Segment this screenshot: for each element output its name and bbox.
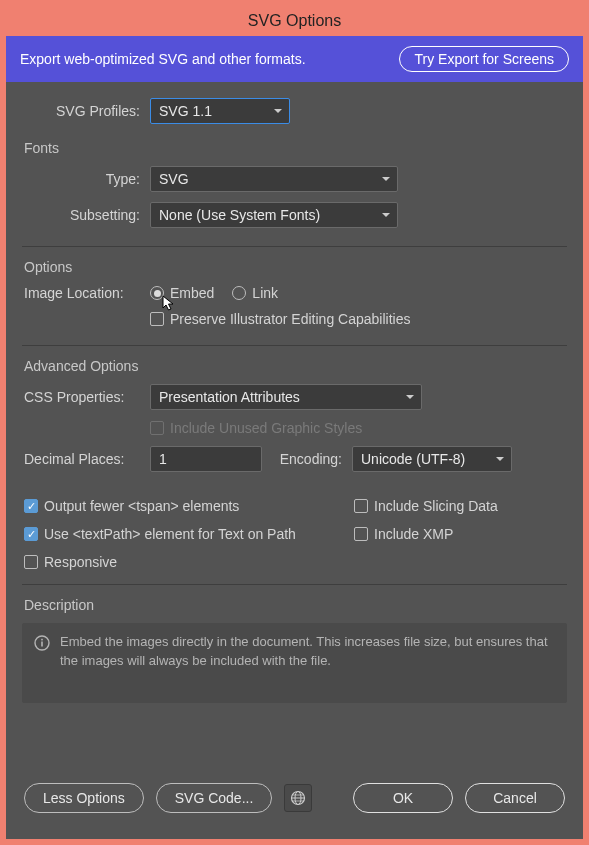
css-properties-select[interactable]: Presentation Attributes [150,384,422,410]
svg-rect-2 [41,639,43,641]
responsive-label: Responsive [44,554,117,570]
button-bar: Less Options SVG Code... OK Cancel [22,765,567,829]
checkbox-indicator [24,527,38,541]
embed-label: Embed [170,285,214,301]
include-slicing-label: Include Slicing Data [374,498,498,514]
link-label: Link [252,285,278,301]
svg-profiles-value: SVG 1.1 [159,103,212,119]
checkbox-indicator [150,421,164,435]
radio-indicator [232,286,246,300]
include-xmp-label: Include XMP [374,526,453,542]
checkbox-indicator [354,499,368,513]
font-type-label: Type: [42,171,150,187]
output-fewer-tspan-checkbox[interactable]: Output fewer <tspan> elements [24,498,336,514]
window-title: SVG Options [6,6,583,36]
checkbox-indicator [354,527,368,541]
svg-options-dialog: SVG Options Export web-optimized SVG and… [6,6,583,839]
checkbox-indicator [150,312,164,326]
radio-indicator [150,286,164,300]
subsetting-select[interactable]: None (Use System Fonts) [150,202,398,228]
font-type-value: SVG [159,171,189,187]
image-location-link-radio[interactable]: Link [232,285,278,301]
use-textpath-checkbox[interactable]: Use <textPath> element for Text on Path [24,526,336,542]
info-banner: Export web-optimized SVG and other forma… [6,36,583,82]
dialog-content: SVG Profiles: SVG 1.1 Fonts Type: SVG Su… [6,82,583,839]
banner-text: Export web-optimized SVG and other forma… [20,51,306,67]
css-properties-label: CSS Properties: [22,389,150,405]
svg-rect-1 [41,642,43,647]
ok-button[interactable]: OK [353,783,453,813]
image-location-label: Image Location: [22,285,150,301]
encoding-label: Encoding: [262,451,352,467]
chevron-down-icon [405,389,415,405]
output-fewer-tspan-label: Output fewer <tspan> elements [44,498,239,514]
try-export-for-screens-button[interactable]: Try Export for Screens [399,46,569,72]
preserve-editing-checkbox[interactable]: Preserve Illustrator Editing Capabilitie… [150,311,410,327]
cancel-button[interactable]: Cancel [465,783,565,813]
subsetting-label: Subsetting: [42,207,150,223]
preserve-editing-label: Preserve Illustrator Editing Capabilitie… [170,311,410,327]
fonts-section-title: Fonts [24,140,567,156]
options-section-title: Options [24,259,567,275]
include-xmp-checkbox[interactable]: Include XMP [354,526,549,542]
include-unused-styles-checkbox: Include Unused Graphic Styles [150,420,362,436]
chevron-down-icon [381,207,391,223]
subsetting-value: None (Use System Fonts) [159,207,320,223]
advanced-options-title: Advanced Options [24,358,567,374]
image-location-embed-radio[interactable]: Embed [150,285,214,301]
font-type-select[interactable]: SVG [150,166,398,192]
encoding-select[interactable]: Unicode (UTF-8) [352,446,512,472]
css-properties-value: Presentation Attributes [159,389,300,405]
checkbox-indicator [24,555,38,569]
description-title: Description [24,597,567,613]
responsive-checkbox[interactable]: Responsive [24,554,336,570]
description-body: Embed the images directly in the documen… [22,623,567,703]
include-unused-styles-label: Include Unused Graphic Styles [170,420,362,436]
decimal-places-input[interactable] [150,446,262,472]
encoding-value: Unicode (UTF-8) [361,451,465,467]
svg-code-button[interactable]: SVG Code... [156,783,273,813]
svg-profiles-label: SVG Profiles: [22,103,150,119]
use-textpath-label: Use <textPath> element for Text on Path [44,526,296,542]
chevron-down-icon [273,103,283,119]
checkbox-indicator [24,499,38,513]
info-icon [34,635,50,651]
less-options-button[interactable]: Less Options [24,783,144,813]
description-text: Embed the images directly in the documen… [60,633,555,679]
decimal-places-label: Decimal Places: [22,451,150,467]
svg-profiles-select[interactable]: SVG 1.1 [150,98,290,124]
web-preview-button[interactable] [284,784,312,812]
globe-icon [290,790,306,806]
include-slicing-checkbox[interactable]: Include Slicing Data [354,498,549,514]
chevron-down-icon [381,171,391,187]
chevron-down-icon [495,451,505,467]
